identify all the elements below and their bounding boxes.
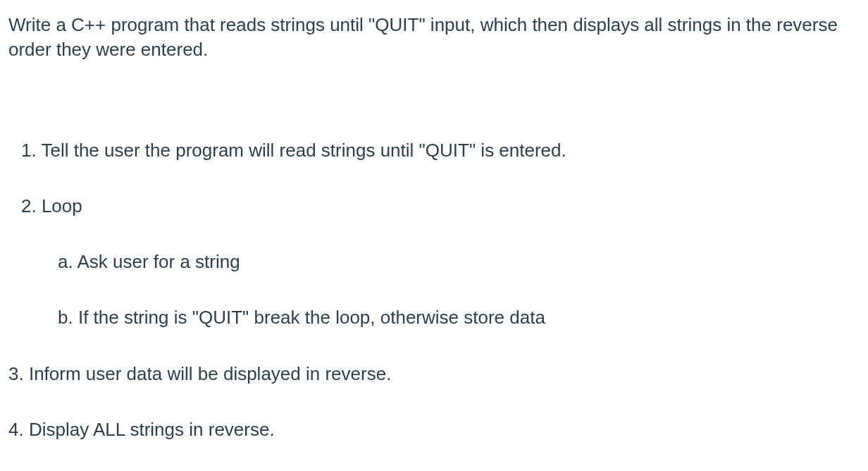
steps-list: 1. Tell the user the program will read s… [8,138,860,471]
intro-paragraph: Write a C++ program that reads strings u… [8,13,860,62]
step-4: 4. Display ALL strings in reverse. [8,417,860,442]
step-3: 3. Inform user data will be displayed in… [8,362,860,386]
step-1: 1. Tell the user the program will read s… [8,138,860,163]
step-2: 2. Loop [8,194,860,219]
step-2a: a. Ask user for a string [8,250,860,274]
step-2b: b. If the string is "QUIT" break the loo… [8,305,860,330]
